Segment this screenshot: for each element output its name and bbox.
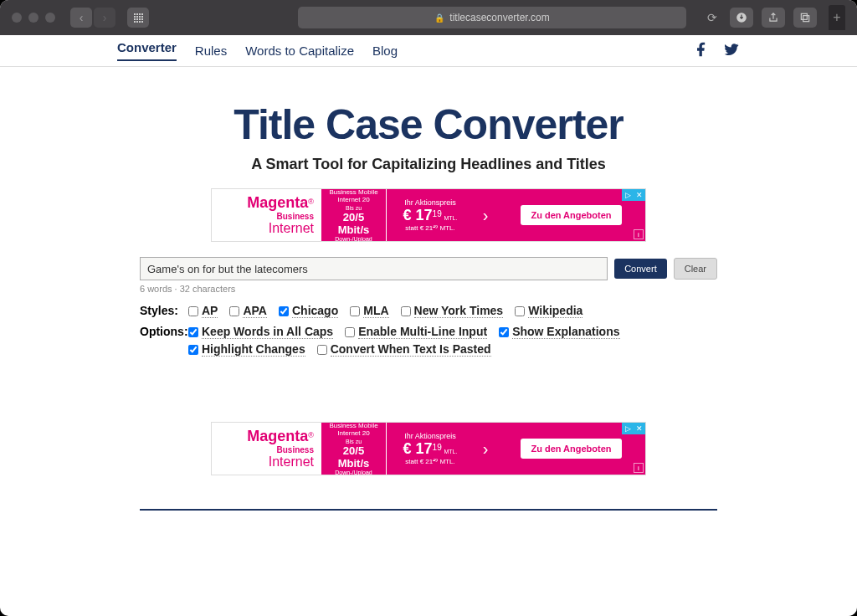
ad-brand-section: Magenta® Business Internet: [212, 189, 321, 241]
twitter-link[interactable]: [723, 41, 740, 61]
svg-rect-1: [801, 13, 807, 19]
ad-banner-top[interactable]: Magenta® Business Internet Business Mobi…: [211, 188, 646, 242]
option-highlight-label[interactable]: Highlight Changes: [202, 342, 305, 357]
page-subtitle: A Smart Tool for Capitalizing Headlines …: [0, 156, 857, 173]
twitter-icon: [723, 41, 740, 58]
ad-options-icon[interactable]: ▷: [622, 189, 634, 201]
ad-controls: ▷ ✕: [622, 189, 645, 201]
option-highlight-checkbox[interactable]: [188, 345, 198, 355]
content-divider: [140, 509, 717, 511]
ad-cta-button[interactable]: Zu den Angeboten: [521, 439, 621, 459]
ad-close-icon[interactable]: ✕: [634, 423, 645, 434]
downloads-button[interactable]: [730, 8, 753, 28]
back-button[interactable]: ‹: [70, 8, 92, 28]
style-chicago-label[interactable]: Chicago: [292, 304, 338, 318]
option-convertpaste-checkbox[interactable]: [317, 345, 327, 355]
style-apa-label[interactable]: APA: [243, 304, 267, 318]
option-explanations-checkbox[interactable]: [499, 327, 509, 337]
ad-info-icon[interactable]: i: [634, 463, 644, 473]
facebook-link[interactable]: [693, 41, 710, 61]
style-wikipedia-label[interactable]: Wikipedia: [528, 304, 582, 318]
style-mla-checkbox[interactable]: [350, 306, 360, 316]
new-tab-button[interactable]: +: [829, 5, 845, 30]
browser-title-bar: ‹ › 🔒 titlecaseconverter.com ⟳: [0, 0, 857, 35]
option-explanations-label[interactable]: Show Explanations: [512, 325, 619, 339]
ad-cta-button[interactable]: Zu den Angeboten: [521, 205, 621, 225]
ad-price-box: Ihr Aktionspreis € 1719 MTL. statt € 21⁴…: [386, 423, 474, 475]
ad-brand-section: Magenta® Business Internet: [212, 423, 321, 475]
style-wikipedia-checkbox[interactable]: [515, 306, 525, 316]
tabs-button[interactable]: [793, 8, 817, 28]
download-icon: [736, 12, 747, 23]
share-icon: [767, 12, 779, 23]
maximize-window-button[interactable]: [45, 13, 55, 23]
nav-rules[interactable]: Rules: [195, 44, 227, 58]
ad-options-icon[interactable]: ▷: [622, 423, 634, 434]
styles-row: AP APA Chicago MLA New York Times Wikipe…: [188, 304, 717, 318]
apps-grid-button[interactable]: [127, 8, 149, 28]
options-label: Options:: [140, 325, 188, 357]
tabs-icon: [799, 12, 811, 23]
facebook-icon: [693, 41, 710, 58]
convert-button[interactable]: Convert: [614, 259, 667, 279]
style-nyt-label[interactable]: New York Times: [414, 304, 504, 318]
page-title: Title Case Converter: [0, 100, 857, 149]
ad-arrow-icon: ›: [474, 423, 497, 475]
ad-controls: ▷ ✕: [622, 423, 645, 434]
option-keepcaps-checkbox[interactable]: [188, 327, 198, 337]
lock-icon: 🔒: [434, 13, 444, 23]
style-ap-checkbox[interactable]: [188, 306, 198, 316]
ad-price-box: Ihr Aktionspreis € 1719 MTL. statt € 21⁴…: [386, 189, 474, 241]
style-mla-label[interactable]: MLA: [363, 304, 388, 318]
svg-rect-2: [803, 16, 809, 22]
nav-blog[interactable]: Blog: [372, 44, 398, 58]
options-row: Keep Words in All Caps Enable Multi-Line…: [188, 325, 717, 357]
url-text: titlecaseconverter.com: [449, 12, 549, 23]
ad-speed-box: Business Mobile Internet 20 Bis zu 20/5 …: [321, 189, 386, 241]
option-convertpaste-label[interactable]: Convert When Text Is Pasted: [331, 342, 491, 357]
traffic-lights: [12, 13, 55, 23]
clear-button[interactable]: Clear: [674, 258, 717, 280]
style-chicago-checkbox[interactable]: [279, 306, 289, 316]
style-apa-checkbox[interactable]: [229, 306, 239, 316]
ad-info-icon[interactable]: i: [634, 229, 644, 239]
option-multiline-label[interactable]: Enable Multi-Line Input: [358, 325, 487, 339]
character-count: 6 words · 32 characters: [140, 284, 717, 294]
style-nyt-checkbox[interactable]: [401, 306, 411, 316]
url-bar[interactable]: 🔒 titlecaseconverter.com: [298, 7, 686, 28]
close-window-button[interactable]: [12, 13, 22, 23]
apps-grid-icon: [134, 13, 143, 23]
ad-close-icon[interactable]: ✕: [634, 189, 645, 201]
minimize-window-button[interactable]: [28, 13, 38, 23]
nav-converter[interactable]: Converter: [117, 40, 177, 61]
ad-banner-bottom[interactable]: Magenta® Business Internet Business Mobi…: [211, 422, 646, 475]
reload-button[interactable]: ⟳: [701, 8, 723, 28]
ad-speed-box: Business Mobile Internet 20 Bis zu 20/5 …: [321, 423, 386, 475]
nav-words[interactable]: Words to Capitalize: [245, 44, 354, 58]
forward-button[interactable]: ›: [94, 8, 115, 28]
option-multiline-checkbox[interactable]: [345, 327, 355, 337]
title-input[interactable]: [140, 257, 608, 280]
styles-label: Styles:: [140, 304, 188, 318]
option-keepcaps-label[interactable]: Keep Words in All Caps: [202, 325, 333, 339]
ad-arrow-icon: ›: [474, 189, 497, 241]
site-nav: Converter Rules Words to Capitalize Blog: [0, 35, 857, 67]
style-ap-label[interactable]: AP: [202, 304, 218, 318]
share-button[interactable]: [762, 8, 785, 28]
